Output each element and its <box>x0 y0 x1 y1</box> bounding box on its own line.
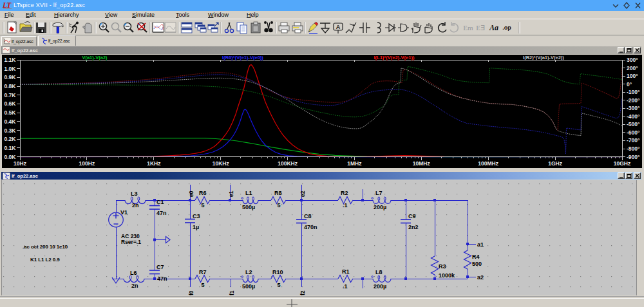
svg-text:0.4K: 0.4K <box>5 118 17 125</box>
svg-text:I(R6)*(V(e1)-V(e0)): I(R6)*(V(e1)-V(e0)) <box>222 55 263 60</box>
svg-text:f0: f0 <box>188 290 194 295</box>
svg-text:-500°: -500° <box>627 121 640 127</box>
svg-text:1000k: 1000k <box>439 272 455 279</box>
svg-text:K1 L1 L2 0.9: K1 L1 L2 0.9 <box>30 257 60 263</box>
svg-text:1KHz: 1KHz <box>147 160 160 167</box>
svg-text:e0: e0 <box>188 191 194 197</box>
svg-text:2n2: 2n2 <box>408 224 419 230</box>
svg-text:0.6K: 0.6K <box>5 100 17 107</box>
svg-text:-300°: -300° <box>627 105 640 111</box>
svg-text:L2: L2 <box>245 269 252 275</box>
svg-text:-700°: -700° <box>627 137 640 144</box>
svg-text:10Hz: 10Hz <box>14 160 26 167</box>
svg-text:100KHz: 100KHz <box>278 160 298 167</box>
svg-text:I(L1)*(V(e2)-V(e1)): I(L1)*(V(e2)-V(e1)) <box>374 55 415 60</box>
svg-text:10KHz: 10KHz <box>213 160 229 167</box>
svg-text:1.1K: 1.1K <box>5 57 17 63</box>
svg-text:0.1K: 0.1K <box>5 145 17 151</box>
svg-text:R6: R6 <box>199 190 207 196</box>
svg-text:Em: Em <box>463 24 473 32</box>
svg-text:500: 500 <box>472 261 482 267</box>
svg-text:L7: L7 <box>375 190 383 196</box>
svg-text:470n: 470n <box>304 224 317 230</box>
svg-text:0.5K: 0.5K <box>5 109 17 116</box>
svg-text:5: 5 <box>202 202 205 209</box>
svg-text:.1: .1 <box>343 283 348 290</box>
svg-text:R10: R10 <box>272 269 283 275</box>
svg-text:47n: 47n <box>156 210 167 216</box>
svg-text:-400°: -400° <box>627 113 640 120</box>
svg-text:Rser=.1: Rser=.1 <box>121 239 141 245</box>
svg-text:R8: R8 <box>274 190 282 196</box>
svg-text:0°: 0° <box>627 81 632 88</box>
svg-text:1MHz: 1MHz <box>347 160 361 167</box>
svg-text:2n: 2n <box>132 202 139 209</box>
svg-text:V(a1)-V(a2): V(a1)-V(a2) <box>82 55 108 60</box>
svg-text:5: 5 <box>278 282 281 288</box>
svg-text:V1: V1 <box>120 209 128 216</box>
svg-text:0.0K: 0.0K <box>5 154 17 160</box>
svg-text:1.0K: 1.0K <box>5 66 17 72</box>
svg-text:0.3K: 0.3K <box>5 127 17 134</box>
svg-text:a1: a1 <box>477 241 484 248</box>
svg-text:10GHz: 10GHz <box>614 160 630 167</box>
svg-text:A: A <box>336 24 341 30</box>
svg-text:10MHz: 10MHz <box>413 160 430 167</box>
svg-text:.ac oct 200 10 1e10: .ac oct 200 10 1e10 <box>23 244 68 250</box>
svg-text:f1: f1 <box>229 290 235 295</box>
svg-text:500µ: 500µ <box>242 283 255 290</box>
svg-text:5: 5 <box>202 282 205 288</box>
svg-text:100°: 100° <box>627 73 638 79</box>
svg-text:0.2K: 0.2K <box>5 136 17 142</box>
svg-text:1µ: 1µ <box>193 224 199 230</box>
svg-text:a2: a2 <box>477 274 484 281</box>
svg-text:f2: f2 <box>299 290 306 295</box>
svg-text:-800°: -800° <box>627 145 640 152</box>
svg-text:5: 5 <box>278 202 281 209</box>
svg-text:200°: 200° <box>627 65 638 71</box>
svg-text:1GHz: 1GHz <box>548 160 562 167</box>
svg-text:e1: e1 <box>228 191 234 197</box>
svg-text:200µ: 200µ <box>374 283 386 290</box>
svg-text:2n: 2n <box>131 283 138 289</box>
svg-text:I(R2)*(V(a1)-V(e2)): I(R2)*(V(a1)-V(e2)) <box>523 55 564 60</box>
svg-text:T: T <box>6 1 12 10</box>
svg-text:R2: R2 <box>341 190 348 196</box>
svg-text:100Hz: 100Hz <box>79 160 95 167</box>
svg-text:-600°: -600° <box>627 129 640 136</box>
svg-text:C8: C8 <box>304 213 312 219</box>
svg-text:C7: C7 <box>156 264 164 270</box>
svg-text:L1: L1 <box>245 190 252 196</box>
svg-text:E∃: E∃ <box>476 24 485 32</box>
svg-text:R7: R7 <box>199 269 207 275</box>
svg-text:R3: R3 <box>439 263 446 270</box>
svg-text:C1: C1 <box>156 199 164 205</box>
svg-text:300°: 300° <box>627 57 638 63</box>
svg-text:47n: 47n <box>157 275 167 282</box>
svg-text:500µ: 500µ <box>242 204 255 210</box>
svg-text:0.9K: 0.9K <box>5 74 17 80</box>
svg-text:100MHz: 100MHz <box>478 160 498 167</box>
svg-text:-100°: -100° <box>627 89 640 95</box>
svg-text:C9: C9 <box>408 213 416 219</box>
svg-text:-200°: -200° <box>627 97 640 104</box>
svg-text:R1: R1 <box>342 268 350 275</box>
svg-text:e2: e2 <box>299 191 306 197</box>
svg-text:Aa: Aa <box>489 23 498 32</box>
svg-text:R4: R4 <box>472 254 480 260</box>
svg-text:L8: L8 <box>375 269 383 275</box>
svg-text:C3: C3 <box>193 213 200 219</box>
svg-text:L3: L3 <box>131 191 138 197</box>
svg-text:.op: .op <box>502 24 511 31</box>
svg-text:.1: .1 <box>343 202 348 209</box>
svg-text:-900°: -900° <box>627 154 640 160</box>
svg-text:0.8K: 0.8K <box>5 83 17 89</box>
svg-text:L6: L6 <box>130 270 137 276</box>
svg-text:200µ: 200µ <box>374 204 386 210</box>
svg-text:0.7K: 0.7K <box>5 92 17 98</box>
